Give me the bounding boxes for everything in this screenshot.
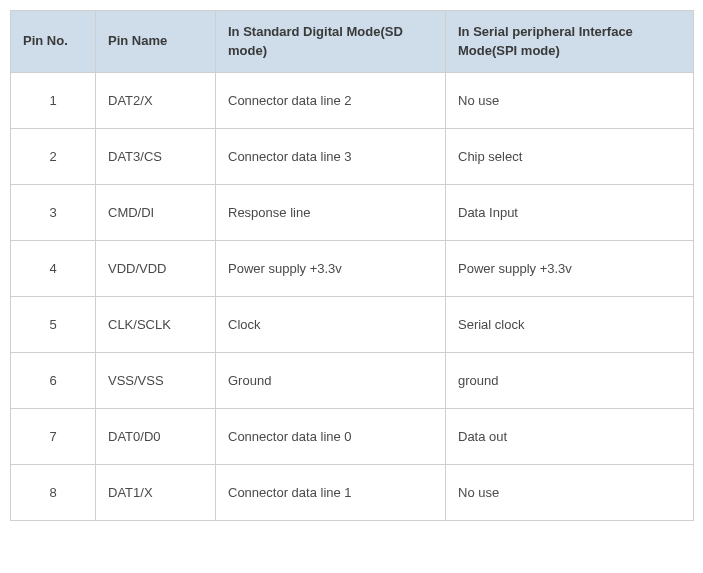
cell-spi-mode: ground (446, 353, 694, 409)
cell-pin-name: CMD/DI (96, 185, 216, 241)
cell-pin-no: 7 (11, 409, 96, 465)
cell-pin-name: VSS/VSS (96, 353, 216, 409)
cell-pin-no: 4 (11, 241, 96, 297)
table-row: 1 DAT2/X Connector data line 2 No use (11, 73, 694, 129)
header-spi-mode: In Serial peripheral Interface Mode(SPI … (446, 11, 694, 73)
cell-pin-no: 6 (11, 353, 96, 409)
cell-sd-mode: Connector data line 2 (216, 73, 446, 129)
cell-sd-mode: Response line (216, 185, 446, 241)
cell-pin-no: 2 (11, 129, 96, 185)
cell-pin-no: 8 (11, 465, 96, 521)
cell-sd-mode: Connector data line 3 (216, 129, 446, 185)
cell-pin-no: 1 (11, 73, 96, 129)
cell-sd-mode: Connector data line 1 (216, 465, 446, 521)
header-pin-no: Pin No. (11, 11, 96, 73)
header-pin-name: Pin Name (96, 11, 216, 73)
cell-pin-name: CLK/SCLK (96, 297, 216, 353)
header-sd-mode: In Standard Digital Mode(SD mode) (216, 11, 446, 73)
cell-pin-name: VDD/VDD (96, 241, 216, 297)
cell-spi-mode: Power supply +3.3v (446, 241, 694, 297)
cell-spi-mode: Data out (446, 409, 694, 465)
table-row: 8 DAT1/X Connector data line 1 No use (11, 465, 694, 521)
cell-pin-name: DAT3/CS (96, 129, 216, 185)
cell-spi-mode: No use (446, 465, 694, 521)
table-row: 5 CLK/SCLK Clock Serial clock (11, 297, 694, 353)
cell-spi-mode: Data Input (446, 185, 694, 241)
cell-sd-mode: Ground (216, 353, 446, 409)
cell-pin-name: DAT0/D0 (96, 409, 216, 465)
cell-sd-mode: Power supply +3.3v (216, 241, 446, 297)
table-row: 7 DAT0/D0 Connector data line 0 Data out (11, 409, 694, 465)
table-row: 3 CMD/DI Response line Data Input (11, 185, 694, 241)
cell-pin-name: DAT1/X (96, 465, 216, 521)
cell-sd-mode: Connector data line 0 (216, 409, 446, 465)
cell-spi-mode: No use (446, 73, 694, 129)
table-row: 4 VDD/VDD Power supply +3.3v Power suppl… (11, 241, 694, 297)
cell-sd-mode: Clock (216, 297, 446, 353)
table-header-row: Pin No. Pin Name In Standard Digital Mod… (11, 11, 694, 73)
cell-pin-name: DAT2/X (96, 73, 216, 129)
cell-pin-no: 5 (11, 297, 96, 353)
table-row: 6 VSS/VSS Ground ground (11, 353, 694, 409)
cell-spi-mode: Chip select (446, 129, 694, 185)
pin-definition-table: Pin No. Pin Name In Standard Digital Mod… (10, 10, 694, 521)
cell-spi-mode: Serial clock (446, 297, 694, 353)
cell-pin-no: 3 (11, 185, 96, 241)
table-row: 2 DAT3/CS Connector data line 3 Chip sel… (11, 129, 694, 185)
